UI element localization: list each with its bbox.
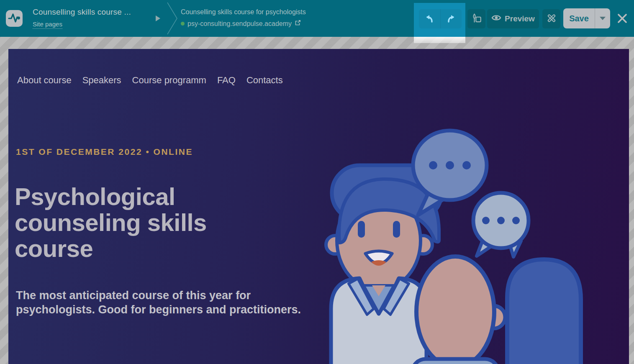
breadcrumb: Counselling skills course ... Site pages — [33, 8, 131, 29]
nav-faq[interactable]: FAQ — [217, 75, 236, 86]
pulse-icon — [8, 12, 21, 25]
editor-header: Counselling skills course ... Site pages… — [0, 0, 634, 37]
close-icon — [617, 13, 628, 25]
status-dot-icon — [181, 22, 185, 26]
project-title: Counselling skills course ... — [33, 8, 131, 17]
woman-figure — [507, 259, 581, 364]
eye-icon — [491, 14, 501, 23]
hero-eyebrow[interactable]: 1ST OF DECEMBER 2022 • ONLINE — [16, 147, 193, 157]
client-figure — [412, 256, 505, 364]
speech-bubble-large-icon — [413, 131, 487, 215]
page-navigation: About course Speakers Course programm FA… — [17, 75, 283, 86]
pen-page-icon — [471, 13, 482, 25]
preview-label: Preview — [505, 14, 535, 23]
save-dropdown-button[interactable] — [595, 8, 610, 28]
hero-illustration — [319, 117, 629, 364]
site-pages-link[interactable]: Site pages — [33, 21, 62, 29]
undo-button[interactable] — [419, 9, 441, 28]
external-link-icon — [295, 20, 301, 28]
hero-subtitle[interactable]: The most anticipated course of this year… — [16, 288, 301, 317]
highlight-fade — [414, 37, 465, 43]
site-domain-link[interactable]: psy-consulting.sendpulse.academy — [181, 20, 306, 28]
design-tools-button[interactable] — [542, 9, 560, 28]
chevron-separator-icon — [167, 0, 178, 38]
breadcrumb-arrow-icon — [156, 15, 160, 21]
close-editor-button[interactable] — [616, 13, 629, 25]
chevron-down-icon — [600, 17, 606, 20]
speech-bubble-small-icon — [473, 193, 529, 257]
nav-course-programm[interactable]: Course programm — [132, 75, 206, 86]
nav-contacts[interactable]: Contacts — [246, 75, 283, 86]
site-info: Counselling skills course for psychologi… — [181, 8, 306, 28]
undo-icon — [424, 13, 435, 25]
save-split-button: Save — [563, 8, 610, 28]
crossed-tools-icon — [546, 13, 557, 25]
undo-redo-group — [419, 9, 462, 28]
save-button[interactable]: Save — [563, 8, 595, 28]
site-domain: psy-consulting.sendpulse.academy — [187, 20, 292, 28]
redo-button[interactable] — [441, 9, 462, 28]
app-logo[interactable] — [6, 10, 23, 27]
preview-button[interactable]: Preview — [487, 9, 539, 28]
site-title: Counselling skills course for psychologi… — [181, 8, 306, 16]
redo-icon — [446, 13, 457, 25]
page-canvas: About course Speakers Course programm FA… — [8, 49, 629, 364]
nav-about-course[interactable]: About course — [17, 75, 72, 86]
site-pages-button[interactable] — [467, 9, 485, 28]
nav-speakers[interactable]: Speakers — [82, 75, 121, 86]
hero-title[interactable]: Psychological counseling skills course — [15, 184, 207, 261]
